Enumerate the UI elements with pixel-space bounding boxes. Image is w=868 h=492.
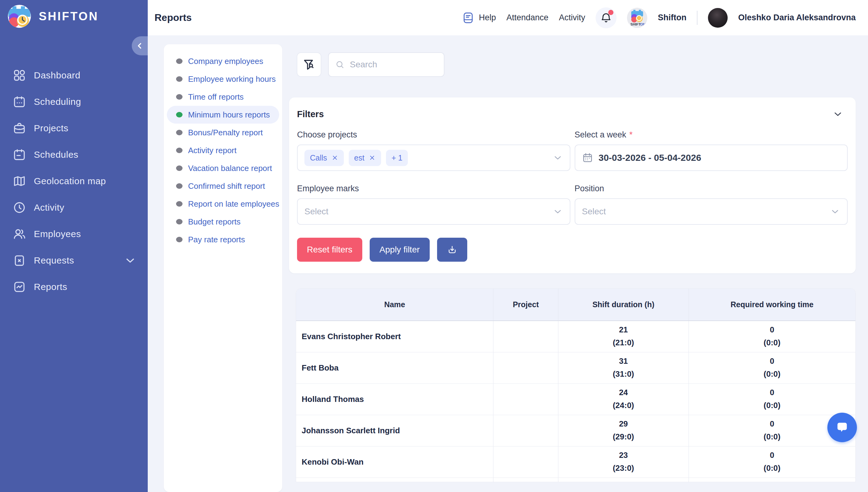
report-nav-label: Activity report <box>188 146 237 155</box>
search-field <box>328 52 444 77</box>
sidebar-item-scheduling[interactable]: Scheduling <box>0 89 148 115</box>
status-dot <box>176 58 183 64</box>
filters-collapse-chevron-icon[interactable] <box>832 108 843 120</box>
status-dot <box>176 237 183 242</box>
sidebar-item-projects[interactable]: Projects <box>0 115 148 142</box>
brand-wordmark: SHIFTON <box>39 10 98 23</box>
shift-duration-cell: 29(29:0) <box>558 415 688 446</box>
report-nav-bonus-penalty-report[interactable]: Bonus/Penalty report <box>167 124 279 142</box>
sidebar-item-label: Schedules <box>34 149 78 160</box>
week-range-picker[interactable]: 30-03-2026 - 05-04-2026 <box>574 145 848 171</box>
company-avatar[interactable]: SHIFT ON <box>627 8 647 28</box>
report-nav-pay-rate-reports[interactable]: Pay rate reports <box>167 230 279 248</box>
shift-hours: 31 <box>619 357 628 365</box>
svg-text:ON: ON <box>640 22 646 26</box>
topbar-right: Help Attendance Activity <box>462 7 856 28</box>
filters-card: Filters Choose projects Calls <box>289 97 856 273</box>
sidebar-item-employees[interactable]: Employees <box>0 221 148 247</box>
required-hours: 0 <box>770 357 774 365</box>
search-row <box>297 52 856 77</box>
shift-hours: 23 <box>619 451 628 459</box>
report-nav-activity-report[interactable]: Activity report <box>167 142 279 159</box>
sidebar-item-schedules[interactable]: Schedules <box>0 142 148 168</box>
table-row: Fett Boba 31(31:0) 0(0:0) <box>296 352 855 384</box>
notifications-button[interactable] <box>595 7 616 28</box>
company-name: Shifton <box>658 13 686 22</box>
sidebar-item-label: Requests <box>34 255 74 266</box>
shift-duration-cell: 23(23:0) <box>558 446 688 477</box>
company-logo-icon: SHIFT ON <box>627 8 647 28</box>
status-dot <box>176 94 183 100</box>
map-icon <box>13 175 26 188</box>
required-hours-detail: (0:0) <box>764 432 780 442</box>
position-select[interactable]: Select <box>574 198 848 225</box>
report-nav-minimum-hours-reports[interactable]: Minimum hours reports <box>167 106 279 124</box>
report-nav-company-employees[interactable]: Company employees <box>167 52 279 70</box>
activity-link[interactable]: Activity <box>559 13 585 22</box>
remove-chip-icon[interactable] <box>331 154 338 161</box>
empty-cell <box>558 478 688 482</box>
search-input[interactable] <box>350 60 438 70</box>
chevron-left-icon <box>135 41 144 50</box>
reset-filters-button[interactable]: Reset filters <box>297 238 362 262</box>
status-dot <box>176 183 183 189</box>
required-hours: 0 <box>770 420 774 428</box>
sidebar-item-reports[interactable]: Reports <box>0 274 148 300</box>
filter-search-button[interactable] <box>297 52 321 77</box>
sidebar-item-label: Employees <box>34 229 81 239</box>
report-nav-label: Budget reports <box>188 217 241 227</box>
filters-title: Filters <box>297 109 324 119</box>
attendance-link[interactable]: Attendance <box>506 13 548 22</box>
chevron-down-icon <box>830 206 840 217</box>
report-nav-budget-reports[interactable]: Budget reports <box>167 213 279 230</box>
sidebar-item-label: Activity <box>34 202 64 213</box>
sidebar-item-activity[interactable]: Activity <box>0 194 148 221</box>
shift-hours-detail: (31:0) <box>613 369 634 379</box>
employee-name-cell: Johansson Scarlett Ingrid <box>296 415 493 446</box>
people-icon <box>13 227 26 241</box>
report-nav-label: Minimum hours reports <box>188 110 270 120</box>
main-area: Reports Help Attendance Activity <box>148 0 868 492</box>
employee-name-cell: Kenobi Obi-Wan <box>296 446 493 477</box>
report-chart-icon <box>13 280 26 293</box>
user-avatar[interactable] <box>708 8 728 28</box>
chevron-down-icon <box>553 152 563 163</box>
reports-nav-card: Company employees Employee working hours… <box>164 44 282 492</box>
table-row: Kenobi Obi-Wan 23(23:0) 0(0:0) <box>296 446 855 478</box>
select-week-label: Select a week* <box>574 130 848 140</box>
required-hours: 0 <box>770 388 774 396</box>
clock-icon <box>13 201 26 214</box>
report-nav-vacation-balance-report[interactable]: Vacation balance report <box>167 159 279 177</box>
report-nav-confirmed-shift-report[interactable]: Confirmed shift report <box>167 177 279 195</box>
projects-multiselect[interactable]: Calls est + 1 <box>297 145 570 171</box>
remove-chip-icon[interactable] <box>369 154 376 161</box>
sidebar-item-geolocation-map[interactable]: Geolocation map <box>0 168 148 194</box>
report-nav-employee-working-hours[interactable]: Employee working hours <box>167 70 279 88</box>
report-nav-label: Report on late employees <box>188 199 279 209</box>
report-panel: Filters Choose projects Calls <box>289 44 856 492</box>
empty-cell <box>296 478 493 482</box>
shift-hours: 21 <box>619 326 628 334</box>
sidebar-collapse-button[interactable] <box>132 36 148 55</box>
required-time-cell: 0(0:0) <box>689 446 855 477</box>
employee-marks-select[interactable]: Select <box>297 198 570 225</box>
chat-widget-button[interactable] <box>827 413 857 442</box>
report-nav-label: Time off reports <box>188 92 244 102</box>
apply-filter-button[interactable]: Apply filter <box>370 238 430 262</box>
table-row: Evans Christopher Robert 21(21:0) 0(0:0) <box>296 321 855 352</box>
report-nav-time-off-reports[interactable]: Time off reports <box>167 88 279 106</box>
employee-name-cell: Evans Christopher Robert <box>296 321 493 352</box>
sidebar-item-requests[interactable]: Requests <box>0 247 148 274</box>
more-projects-chip[interactable]: + 1 <box>386 150 408 166</box>
export-download-button[interactable] <box>437 238 467 262</box>
help-link[interactable]: Help <box>462 11 496 24</box>
report-nav-report-on-late-employees[interactable]: Report on late employees <box>167 195 279 213</box>
topbar: Reports Help Attendance Activity <box>148 0 868 35</box>
shift-duration-cell: 31(31:0) <box>558 352 688 384</box>
status-dot <box>176 76 183 82</box>
choose-projects-group: Choose projects Calls est <box>297 130 570 171</box>
calendar-icon <box>582 152 593 163</box>
sidebar-item-dashboard[interactable]: Dashboard <box>0 62 148 89</box>
help-label: Help <box>479 13 496 22</box>
employee-marks-group: Employee marks Select <box>297 184 570 225</box>
